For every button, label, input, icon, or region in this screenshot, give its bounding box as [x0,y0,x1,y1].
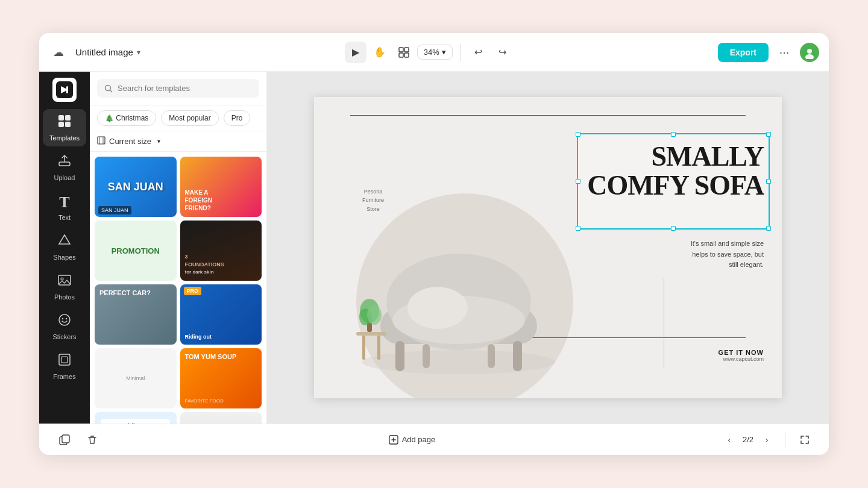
sidebar-item-upload[interactable]: Upload [43,149,86,186]
export-button[interactable]: Export [718,43,769,62]
svg-point-16 [59,314,70,325]
nav-divider [785,433,785,447]
zoom-chevron-icon: ▾ [442,48,446,57]
sidebar-item-photos-label: Photos [54,293,75,301]
doc-title-chevron-icon: ▾ [137,48,140,57]
svg-point-23 [362,350,555,374]
svg-rect-3 [404,53,409,57]
svg-rect-9 [58,115,64,120]
hand-tool-button[interactable]: ✋ [369,42,391,63]
undo-redo-group: ↩ ↪ [468,42,514,63]
sofa-image [344,181,573,386]
doc-title: Untitled image [75,47,133,57]
fullscreen-button[interactable] [795,430,814,449]
sidebar-item-frames-label: Frames [53,373,75,380]
list-item[interactable]: PERFECT CAR? [95,284,177,345]
chip-christmas[interactable]: 🎄 Christmas [97,110,156,126]
svg-rect-31 [488,344,495,368]
size-filter-icon [97,136,105,146]
avatar[interactable] [800,43,819,62]
size-filter-label: Current size [109,137,151,146]
next-page-button[interactable]: › [758,431,775,448]
list-item[interactable]: PROMOTION [95,221,177,281]
doc-title-area[interactable]: Untitled image ▾ [75,47,140,57]
chip-pro[interactable]: Pro [224,110,251,126]
toolbar-right: Export ··· [718,43,819,62]
svg-point-38 [367,305,382,325]
sidebar-item-text-label: Text [58,214,71,221]
handle-tr[interactable] [766,132,771,137]
icon-sidebar: Templates Upload T Text [39,72,90,424]
canvas-area: Pesona Furniture Store [267,72,829,424]
zoom-level: 34% [424,48,439,57]
handle-br[interactable] [766,226,771,231]
sidebar-item-upload-label: Upload [54,174,75,181]
redo-button[interactable]: ↪ [492,42,514,63]
save-button[interactable]: ☁ [49,43,68,62]
cta-text: GET IT NOW www.capcut.com [719,349,764,362]
handle-ml[interactable] [576,179,580,184]
templates-panel: 🎄 Christmas Most popular Pro Current siz… [90,72,267,424]
upload-icon [57,154,72,172]
shapes-icon [57,233,72,251]
list-item[interactable]: Minimal [95,348,177,408]
sidebar-item-frames[interactable]: Frames [43,348,86,385]
search-icon [104,84,113,93]
list-item[interactable]: SAN JUAN SAN JUAN [95,157,177,217]
svg-rect-11 [58,122,64,127]
zoom-control[interactable]: 34% ▾ [417,45,453,60]
duplicate-page-button[interactable] [54,429,75,451]
handle-bl[interactable] [576,226,580,231]
toolbar-center: ▶ ✋ 34% ▾ ↩ ↪ [148,42,711,63]
sidebar-item-photos[interactable]: Photos [43,268,86,305]
cursor-tool-button[interactable]: ▶ [345,42,366,63]
undo-button[interactable]: ↩ [468,42,489,63]
sidebar-item-templates[interactable]: Templates [43,109,86,146]
list-item[interactable]: PRO Riding out [180,284,262,345]
page-navigation: ‹ 2/2 › [721,430,814,449]
vertical-decorative-line [664,278,664,368]
svg-rect-20 [61,357,68,363]
top-bar: ☁ Untitled image ▾ ▶ ✋ 34% ▾ ↩ [39,33,829,72]
toolbar-divider [460,44,461,61]
svg-rect-19 [59,354,70,365]
canvas-document[interactable]: Pesona Furniture Store [314,97,782,398]
size-filter[interactable]: Current size ▾ [90,131,266,152]
list-item[interactable]: HARMONY HOMESERIES [180,412,262,424]
svg-rect-34 [377,336,380,360]
svg-rect-22 [98,137,105,144]
handle-mr[interactable] [766,179,771,184]
svg-rect-29 [513,341,522,371]
svg-point-27 [407,287,468,329]
svg-rect-1 [404,48,409,52]
svg-rect-0 [399,48,403,52]
handle-tm[interactable] [671,132,676,137]
list-item[interactable]: Capcut Airline [95,412,177,424]
list-item[interactable]: TOM YUM SOUP FAVORITE FOOD [180,348,262,408]
sidebar-item-stickers[interactable]: Stickers [43,308,86,345]
svg-rect-12 [65,122,71,127]
svg-rect-13 [59,162,70,166]
sidebar-item-text[interactable]: T Text [43,189,86,226]
delete-page-button[interactable] [81,429,103,451]
handle-tl[interactable] [576,132,580,137]
prev-page-button[interactable]: ‹ [721,431,738,448]
list-item[interactable]: MAKE AFOREIGNFRIEND? [180,157,262,217]
chip-most-popular[interactable]: Most popular [161,110,218,126]
svg-point-15 [61,278,63,280]
panel-search [90,72,266,105]
svg-rect-10 [65,115,71,120]
more-options-button[interactable]: ··· [775,43,794,62]
add-page-icon [389,435,398,445]
sidebar-item-shapes[interactable]: Shapes [43,228,86,266]
list-item[interactable]: 3FOUNDATIONSfor dark skin [180,221,262,281]
sub-text: It's small and simple size helps to save… [691,239,764,271]
search-input[interactable] [118,84,252,93]
search-box[interactable] [97,79,259,98]
add-page-button[interactable]: Add page [382,431,443,448]
bottom-left-actions [54,429,103,451]
handle-bm[interactable] [671,226,676,231]
svg-point-18 [66,318,67,319]
photos-icon [57,273,72,291]
layout-tool-button[interactable] [393,42,415,63]
